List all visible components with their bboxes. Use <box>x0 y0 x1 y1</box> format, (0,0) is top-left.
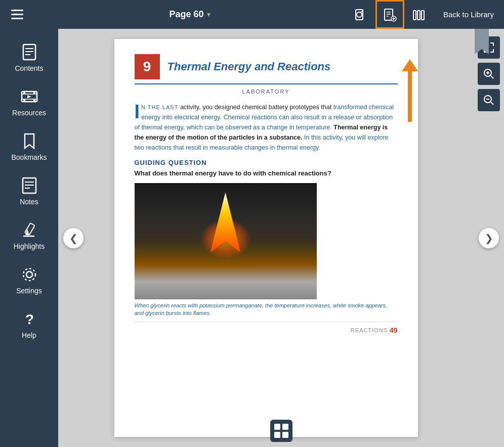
page-area: ❮ 9 Thermal Energy and Reactions LABORAT… <box>58 29 504 447</box>
search-button[interactable] <box>347 0 375 29</box>
prev-page-button[interactable]: ❮ <box>63 228 83 248</box>
next-page-button[interactable]: ❯ <box>479 228 499 248</box>
page-number: 49 <box>390 326 398 334</box>
sidebar-settings-label: Settings <box>16 287 42 295</box>
svg-rect-10 <box>413 11 416 20</box>
chapter-header: 9 Thermal Energy and Reactions <box>135 54 398 84</box>
guiding-question-title: GUIDING QUESTION <box>135 159 398 166</box>
svg-text:?: ? <box>25 311 34 327</box>
grid-icon <box>270 420 292 442</box>
library-icon <box>411 8 426 22</box>
highlight-icon <box>20 221 38 239</box>
sidebar-resources-label: Resources <box>12 109 46 117</box>
question-icon: ? <box>20 310 38 328</box>
sidebar-bookmarks-label: Bookmarks <box>11 153 47 161</box>
prev-arrow-icon: ❮ <box>69 232 78 244</box>
gear-icon <box>20 265 38 284</box>
svg-rect-23 <box>33 99 35 101</box>
sidebar-item-help[interactable]: ? Help <box>0 301 58 345</box>
zoom-out-button[interactable] <box>478 89 500 111</box>
svg-line-36 <box>490 75 493 78</box>
zoom-in-icon <box>483 68 494 79</box>
zoom-in-button[interactable] <box>478 63 500 85</box>
main-area: Contents Resources Bookmarks <box>0 29 504 447</box>
grid-view-button[interactable] <box>270 420 292 442</box>
sidebar-item-contents[interactable]: Contents <box>0 34 58 78</box>
top-bar: Page 60 ▼ <box>0 0 504 29</box>
body-text-paragraph: I N THE LAST activity, you designed chem… <box>135 102 398 153</box>
page-footer: REACTIONS 49 <box>135 322 398 334</box>
hamburger-icon <box>11 10 23 19</box>
svg-point-32 <box>26 272 32 278</box>
sidebar-item-bookmarks[interactable]: Bookmarks <box>0 123 58 167</box>
guiding-question-text: What does thermal energy have to do with… <box>135 169 398 177</box>
back-to-library-button[interactable]: Back to Library <box>433 0 504 29</box>
back-to-library-label: Back to Library <box>443 10 494 19</box>
arrow-shaft <box>408 71 412 122</box>
chapter-number: 9 <box>135 54 160 79</box>
sidebar-item-resources[interactable]: Resources <box>0 78 58 123</box>
svg-rect-22 <box>23 99 25 101</box>
sidebar-highlights-label: Highlights <box>14 242 45 250</box>
sidebar-item-highlights[interactable]: Highlights <box>0 212 58 256</box>
svg-rect-12 <box>422 11 424 20</box>
chapter-subtitle: LABORATORY <box>135 88 398 95</box>
book-page: 9 Thermal Energy and Reactions LABORATOR… <box>114 39 418 437</box>
svg-rect-21 <box>33 92 35 94</box>
add-note-button[interactable] <box>375 0 404 29</box>
svg-point-33 <box>23 269 35 281</box>
notes-icon <box>20 176 38 195</box>
bookmark-icon <box>20 132 38 150</box>
orange-arrow <box>402 59 418 122</box>
svg-rect-20 <box>23 92 25 94</box>
page-label: Page 60 <box>170 9 204 20</box>
sidebar-item-settings[interactable]: Settings <box>0 256 58 301</box>
sidebar: Contents Resources Bookmarks <box>0 29 58 447</box>
dropcap: I <box>135 102 140 121</box>
sidebar-notes-label: Notes <box>20 198 38 206</box>
add-note-icon <box>383 8 397 22</box>
library-button[interactable] <box>404 0 433 29</box>
document-icon <box>20 43 38 61</box>
film-icon <box>20 87 38 106</box>
sidebar-item-notes[interactable]: Notes <box>0 167 58 212</box>
sidebar-contents-label: Contents <box>15 64 43 72</box>
top-bar-right: Back to Library <box>347 0 504 29</box>
search-icon <box>354 8 368 22</box>
image-container: When glycerin reacts with potassium perm… <box>135 183 398 318</box>
arrow-head <box>402 59 418 71</box>
svg-marker-24 <box>27 95 31 98</box>
svg-rect-11 <box>417 11 420 20</box>
menu-button[interactable] <box>0 0 34 29</box>
footer-text: REACTIONS <box>351 327 388 333</box>
chapter-title: Thermal Energy and Reactions <box>167 60 331 73</box>
svg-line-40 <box>490 102 493 105</box>
small-caps-text: N THE LAST <box>141 104 178 110</box>
page-dropdown-arrow: ▼ <box>206 11 212 18</box>
next-arrow-icon: ❯ <box>485 232 493 244</box>
sidebar-help-label: Help <box>22 331 36 339</box>
page-indicator[interactable]: Page 60 ▼ <box>34 9 347 20</box>
zoom-out-icon <box>483 95 494 106</box>
image-caption: When glycerin reacts with potassium perm… <box>135 302 398 318</box>
flame-image <box>135 183 317 299</box>
body-text-1: activity, you designed chemical battery … <box>180 104 333 111</box>
